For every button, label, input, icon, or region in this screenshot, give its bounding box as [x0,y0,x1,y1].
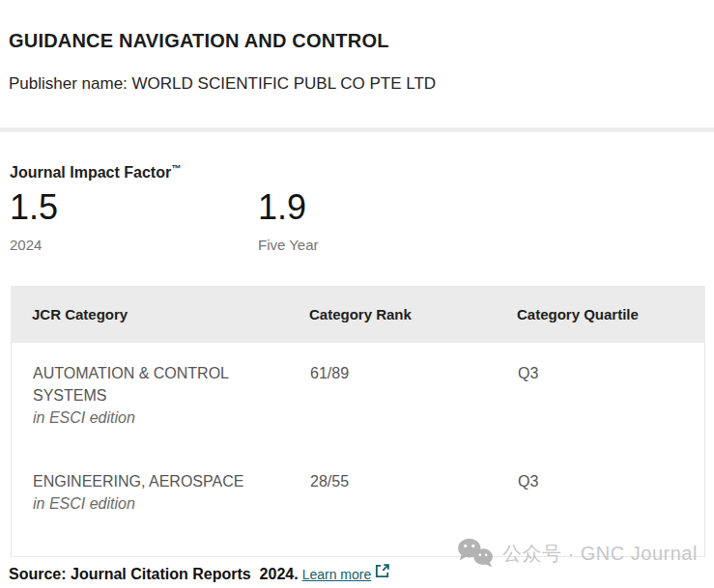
category-edition: in ESCI edition [33,492,310,515]
category-cell: ENGINEERING, AEROSPACE in ESCI edition [33,470,310,515]
jcr-journal-profile: GUIDANCE NAVIGATION AND CONTROL Publishe… [0,0,714,588]
trademark-symbol: ™ [171,163,181,174]
category-rank: 61/89 [310,362,518,384]
impact-factor-label: Journal Impact Factor [10,164,171,181]
source-text: Source: Journal Citation Reports 2024. [9,566,299,583]
journal-title: GUIDANCE NAVIGATION AND CONTROL [9,30,389,52]
jif-value-2024: 1.5 [10,187,58,228]
header-category-rank: Category Rank [309,306,517,322]
table-row: ENGINEERING, AEROSPACE in ESCI edition 2… [12,449,704,535]
category-edition: in ESCI edition [33,406,310,429]
category-table-body: AUTOMATION & CONTROL SYSTEMS in ESCI edi… [11,343,705,557]
category-name: ENGINEERING, AEROSPACE [33,470,260,492]
publisher-name: Publisher name: WORLD SCIENTIFIC PUBL CO… [9,74,436,94]
jif-caption-2024: 2024 [10,237,58,253]
impact-factor-section-title: Journal Impact Factor™ [10,163,181,182]
category-table: JCR Category Category Rank Category Quar… [11,286,705,557]
header-jcr-category: JCR Category [32,306,309,322]
learn-more-link[interactable]: Learn more [302,567,372,582]
section-divider [0,127,714,132]
category-name: AUTOMATION & CONTROL SYSTEMS [33,362,260,406]
jif-value-five-year: 1.9 [258,187,319,228]
category-quartile: Q3 [518,470,704,492]
external-link-icon[interactable] [374,563,390,579]
category-table-header: JCR Category Category Rank Category Quar… [11,286,705,343]
category-rank: 28/55 [310,470,518,492]
jif-caption-five-year: Five Year [258,237,319,253]
source-line: Source: Journal Citation Reports 2024. L… [9,563,390,583]
jif-metric-five-year: 1.9 Five Year [258,187,319,253]
jif-metric-2024: 1.5 2024 [10,187,58,253]
category-quartile: Q3 [518,362,704,384]
table-row: AUTOMATION & CONTROL SYSTEMS in ESCI edi… [12,362,704,449]
category-cell: AUTOMATION & CONTROL SYSTEMS in ESCI edi… [33,362,310,429]
header-category-quartile: Category Quartile [517,306,705,322]
